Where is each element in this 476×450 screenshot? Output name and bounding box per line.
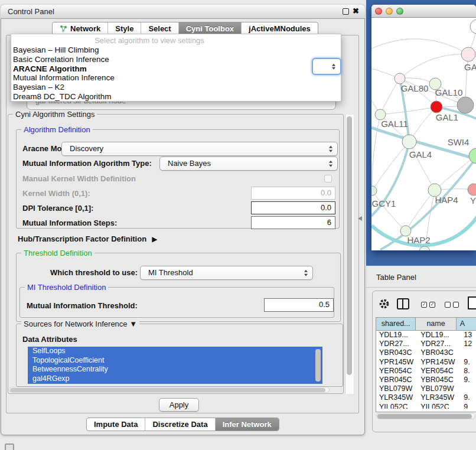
algorithm-definition-title: Algorithm Definition <box>21 125 93 134</box>
algorithm-option[interactable]: Mutual Information Inference <box>13 73 339 83</box>
mi-steps-field[interactable]: 6 <box>251 216 335 229</box>
network-node[interactable] <box>457 97 474 113</box>
network-node-label: GAL10 <box>435 87 463 97</box>
tab-cyni-toolbox[interactable]: Cyni Toolbox <box>178 22 241 35</box>
algorithm-option[interactable]: ARACNE Algorithm <box>13 64 339 74</box>
network-node-GAL[interactable] <box>461 47 475 61</box>
network-node-GAL80[interactable] <box>395 73 405 84</box>
combo-arrows-icon <box>304 270 308 276</box>
table-row[interactable]: YBL079WYBL079W <box>376 384 476 393</box>
kernel-width-field[interactable]: 0.0 <box>251 187 335 200</box>
apply-button[interactable]: Apply <box>159 398 199 412</box>
split-columns-icon[interactable] <box>397 298 409 309</box>
table-cell: YLR345W <box>376 393 418 402</box>
algorithm-dropdown-prompt: Select algorithm to view settings <box>11 35 288 45</box>
network-canvas[interactable]: GALGAL80GAL10GAL1GAL11SWI4GAL4GCY1HAP4YH… <box>371 18 476 250</box>
table-cell: YIL052C <box>418 403 459 409</box>
table-cell: YBR045C <box>376 376 418 384</box>
unchecked-box-icon <box>453 302 459 308</box>
network-node-GAL4[interactable] <box>402 135 416 149</box>
table-row[interactable]: YBR043CYBR043C <box>376 348 476 357</box>
mi-algorithm-type-combobox[interactable]: Naive Bayes <box>159 156 338 171</box>
hub-transcription-factor-expander[interactable]: Hub/Transcription Factor Definition ▶ <box>18 234 157 243</box>
table-row[interactable]: YER054CYER054C8. <box>376 367 476 376</box>
close-panel-icon[interactable]: ✖ <box>353 6 359 15</box>
table-row[interactable]: YDR27...YDR27...12 <box>376 340 476 348</box>
tab-discretize-data[interactable]: Discretize Data <box>145 418 214 431</box>
table-cell: YER054C <box>376 367 418 376</box>
network-node[interactable] <box>470 19 476 34</box>
network-node-GAL1[interactable] <box>431 101 442 113</box>
control-panel-titlebar[interactable] <box>1 5 365 19</box>
table-cell: 9. <box>459 358 476 367</box>
data-attribute-item[interactable]: SelfLoops <box>28 347 322 356</box>
tab-jactivemnodules[interactable]: jActiveMNodules <box>241 22 318 35</box>
column-header-cut[interactable]: A <box>457 318 476 330</box>
table-horizontal-scrollbar-thumb[interactable] <box>377 414 472 419</box>
table-row[interactable]: YIL052CYIL052C9 <box>376 403 476 409</box>
table-row[interactable]: YBR045CYBR045C9. <box>376 376 476 384</box>
network-node-SWI4[interactable] <box>469 148 476 164</box>
table-cell: 9 <box>459 403 476 409</box>
table-cell: 9. <box>459 376 476 384</box>
collapse-arrow-icon: ▼ <box>129 319 137 328</box>
zoom-traffic-light-icon[interactable] <box>396 8 403 15</box>
manual-kernel-width-checkbox[interactable] <box>324 175 332 182</box>
network-node-GCY1[interactable] <box>371 186 377 195</box>
hub-section-label: Hub/Transcription Factor Definition <box>18 234 146 243</box>
table-cell: 9. <box>459 393 476 402</box>
mi-threshold-field[interactable]: 0.5 <box>264 298 334 312</box>
table-cell: 8. <box>459 367 476 376</box>
data-attribute-item[interactable]: TopologicalCoefficient <box>28 356 322 366</box>
network-node-label: HAP4 <box>435 195 458 205</box>
sources-group-title[interactable]: Sources for Network Inference ▼ <box>21 319 139 328</box>
table-cell: YBL079W <box>376 384 418 393</box>
dpi-tolerance-label: DPI Tolerance [0,1]: <box>22 204 93 213</box>
network-node-Y[interactable] <box>468 184 476 195</box>
document-icon[interactable] <box>468 296 476 309</box>
settings-horizontal-scrollbar-thumb[interactable] <box>10 388 325 392</box>
table-row[interactable]: YPR145WYPR145W9. <box>376 358 476 367</box>
data-attribute-item[interactable]: gal4RGexp <box>28 374 322 384</box>
tab-select[interactable]: Select <box>141 22 178 35</box>
data-attributes-list[interactable]: SelfLoopsTopologicalCoefficientBetweenne… <box>28 347 322 384</box>
which-threshold-combobox[interactable]: MI Threshold <box>140 266 313 280</box>
table-cell: YDR27... <box>376 340 418 348</box>
select-all-checked-icon[interactable]: ✓ ✓ <box>421 302 435 308</box>
minimize-traffic-light-icon[interactable] <box>386 8 393 15</box>
panel-resize-handle-icon[interactable] <box>358 216 362 221</box>
focused-algorithm-combobox-fragment[interactable] <box>312 58 341 75</box>
gear-icon[interactable] <box>379 298 390 309</box>
select-none-unchecked-icon[interactable] <box>445 302 459 308</box>
attributes-list-scrollbar-thumb[interactable] <box>315 349 321 381</box>
node-table: shared... name A YDL19...YDL19...13YDR27… <box>376 317 476 412</box>
table-row[interactable]: YDL19...YDL19...13 <box>376 331 476 340</box>
checked-box-icon: ✓ <box>429 302 435 308</box>
tab-network[interactable]: Network <box>53 22 107 35</box>
minimized-panel-icon[interactable] <box>5 444 14 450</box>
table-cell: YBR043C <box>376 348 418 357</box>
algorithm-option[interactable]: Basic Correlation Inference <box>13 55 339 64</box>
combo-arrows-icon <box>329 146 332 152</box>
network-node-label: GAL80 <box>401 83 429 93</box>
algorithm-option[interactable]: Bayesian – Hill Climbing <box>13 45 339 55</box>
data-attribute-item[interactable]: BetweennessCentrality <box>28 365 322 374</box>
aracne-mode-combobox[interactable]: Discovery <box>61 142 338 156</box>
table-cell: YDL19... <box>418 331 459 340</box>
float-window-icon[interactable] <box>343 8 349 15</box>
tab-infer-network[interactable]: Infer Network <box>215 418 279 431</box>
tab-label: Infer Network <box>223 420 272 429</box>
column-header-name[interactable]: name <box>416 318 456 330</box>
network-node-label: Y <box>470 195 476 206</box>
tab-label: Select <box>148 24 171 33</box>
network-window-titlebar[interactable] <box>371 5 476 18</box>
dpi-tolerance-field[interactable]: 0.0 <box>251 201 335 214</box>
algorithm-option[interactable]: Dream8 DC_TDC Algorithm <box>13 92 339 102</box>
tab-impute-data[interactable]: Impute Data <box>87 418 145 431</box>
settings-vertical-scrollbar-thumb[interactable] <box>347 116 352 375</box>
column-header-shared-name[interactable]: shared... <box>376 318 416 330</box>
tab-style[interactable]: Style <box>107 22 141 35</box>
table-row[interactable]: YLR345WYLR345W9. <box>376 393 476 402</box>
close-traffic-light-icon[interactable] <box>375 8 382 15</box>
algorithm-option[interactable]: Bayesian – K2 <box>13 83 339 92</box>
